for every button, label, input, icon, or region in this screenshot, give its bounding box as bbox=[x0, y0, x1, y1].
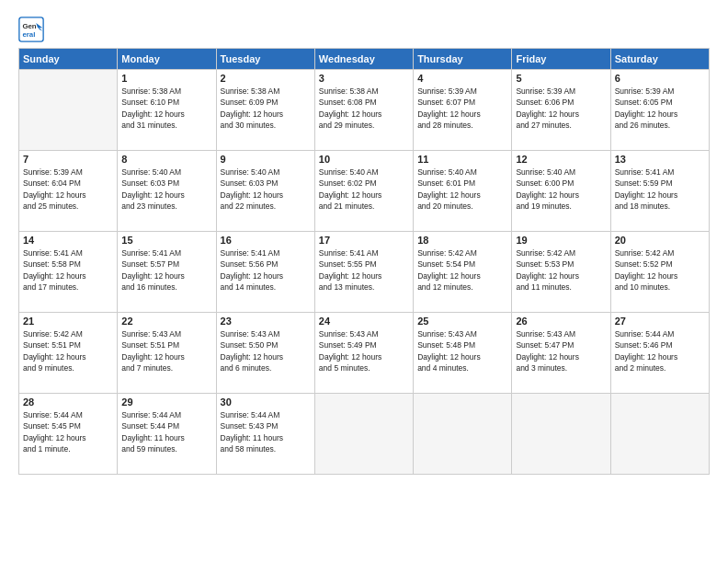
calendar-week-4: 21Sunrise: 5:42 AMSunset: 5:51 PMDayligh… bbox=[19, 313, 710, 394]
day-number: 29 bbox=[121, 396, 211, 408]
day-info: Sunrise: 5:40 AMSunset: 6:00 PMDaylight:… bbox=[516, 167, 606, 212]
calendar-cell: 22Sunrise: 5:43 AMSunset: 5:51 PMDayligh… bbox=[118, 313, 216, 394]
day-number: 18 bbox=[417, 235, 507, 246]
calendar-cell: 9Sunrise: 5:40 AMSunset: 6:03 PMDaylight… bbox=[216, 151, 314, 232]
header-monday: Monday bbox=[118, 49, 216, 70]
day-number: 15 bbox=[121, 235, 211, 246]
calendar-cell bbox=[610, 394, 709, 475]
day-info: Sunrise: 5:44 AMSunset: 5:45 PMDaylight:… bbox=[23, 409, 113, 454]
day-info: Sunrise: 5:39 AMSunset: 6:04 PMDaylight:… bbox=[23, 167, 113, 212]
day-number: 16 bbox=[221, 235, 311, 246]
day-number: 23 bbox=[221, 316, 311, 327]
day-info: Sunrise: 5:40 AMSunset: 6:01 PMDaylight:… bbox=[417, 167, 507, 212]
header-thursday: Thursday bbox=[414, 49, 512, 70]
day-info: Sunrise: 5:43 AMSunset: 5:50 PMDaylight:… bbox=[221, 328, 311, 373]
day-info: Sunrise: 5:43 AMSunset: 5:47 PMDaylight:… bbox=[516, 328, 606, 373]
day-number: 30 bbox=[221, 396, 311, 408]
day-number: 28 bbox=[23, 396, 113, 408]
calendar-cell: 5Sunrise: 5:39 AMSunset: 6:06 PMDaylight… bbox=[512, 70, 610, 151]
svg-text:Gen: Gen bbox=[22, 22, 36, 30]
calendar-cell: 30Sunrise: 5:44 AMSunset: 5:43 PMDayligh… bbox=[216, 394, 314, 475]
calendar-cell bbox=[414, 394, 512, 475]
logo: Gen eral bbox=[18, 17, 48, 42]
calendar-cell: 26Sunrise: 5:43 AMSunset: 5:47 PMDayligh… bbox=[512, 313, 610, 394]
calendar-cell: 23Sunrise: 5:43 AMSunset: 5:50 PMDayligh… bbox=[216, 313, 314, 394]
header-tuesday: Tuesday bbox=[216, 49, 314, 70]
calendar-cell: 10Sunrise: 5:40 AMSunset: 6:02 PMDayligh… bbox=[314, 151, 413, 232]
day-number: 17 bbox=[319, 235, 409, 246]
day-info: Sunrise: 5:41 AMSunset: 5:59 PMDaylight:… bbox=[615, 167, 705, 212]
day-info: Sunrise: 5:44 AMSunset: 5:43 PMDaylight:… bbox=[221, 409, 311, 454]
day-info: Sunrise: 5:39 AMSunset: 6:05 PMDaylight:… bbox=[615, 86, 705, 131]
day-number: 7 bbox=[23, 154, 113, 165]
calendar-cell bbox=[314, 394, 413, 475]
day-info: Sunrise: 5:42 AMSunset: 5:51 PMDaylight:… bbox=[23, 328, 113, 373]
day-info: Sunrise: 5:41 AMSunset: 5:58 PMDaylight:… bbox=[23, 247, 113, 293]
calendar-cell: 4Sunrise: 5:39 AMSunset: 6:07 PMDaylight… bbox=[414, 70, 512, 151]
day-info: Sunrise: 5:44 AMSunset: 5:44 PMDaylight:… bbox=[121, 409, 211, 454]
day-number: 25 bbox=[417, 316, 507, 327]
day-number: 22 bbox=[121, 316, 211, 327]
svg-text:eral: eral bbox=[22, 30, 35, 39]
day-number: 6 bbox=[615, 73, 705, 84]
calendar-week-3: 14Sunrise: 5:41 AMSunset: 5:58 PMDayligh… bbox=[19, 232, 710, 313]
day-number: 11 bbox=[417, 154, 507, 165]
calendar-body: 1Sunrise: 5:38 AMSunset: 6:10 PMDaylight… bbox=[19, 70, 710, 475]
day-number: 20 bbox=[615, 235, 705, 246]
day-info: Sunrise: 5:43 AMSunset: 5:48 PMDaylight:… bbox=[417, 328, 507, 373]
day-number: 8 bbox=[121, 154, 211, 165]
day-info: Sunrise: 5:40 AMSunset: 6:03 PMDaylight:… bbox=[221, 167, 311, 212]
day-info: Sunrise: 5:38 AMSunset: 6:10 PMDaylight:… bbox=[121, 86, 211, 131]
day-info: Sunrise: 5:44 AMSunset: 5:46 PMDaylight:… bbox=[615, 328, 705, 373]
day-number: 13 bbox=[615, 154, 705, 165]
calendar-header: SundayMondayTuesdayWednesdayThursdayFrid… bbox=[19, 49, 710, 70]
calendar-cell: 24Sunrise: 5:43 AMSunset: 5:49 PMDayligh… bbox=[314, 313, 413, 394]
calendar-cell: 2Sunrise: 5:38 AMSunset: 6:09 PMDaylight… bbox=[216, 70, 314, 151]
day-number: 26 bbox=[516, 316, 606, 327]
calendar-cell: 1Sunrise: 5:38 AMSunset: 6:10 PMDaylight… bbox=[118, 70, 216, 151]
calendar-cell: 29Sunrise: 5:44 AMSunset: 5:44 PMDayligh… bbox=[118, 394, 216, 475]
day-info: Sunrise: 5:39 AMSunset: 6:06 PMDaylight:… bbox=[516, 86, 606, 131]
day-number: 5 bbox=[516, 73, 606, 84]
calendar-cell: 3Sunrise: 5:38 AMSunset: 6:08 PMDaylight… bbox=[314, 70, 413, 151]
day-number: 9 bbox=[221, 154, 311, 165]
day-info: Sunrise: 5:41 AMSunset: 5:56 PMDaylight:… bbox=[221, 247, 311, 293]
day-info: Sunrise: 5:43 AMSunset: 5:51 PMDaylight:… bbox=[121, 328, 211, 373]
calendar-cell: 17Sunrise: 5:41 AMSunset: 5:55 PMDayligh… bbox=[314, 232, 413, 313]
day-number: 24 bbox=[319, 316, 409, 327]
day-info: Sunrise: 5:42 AMSunset: 5:54 PMDaylight:… bbox=[417, 247, 507, 293]
day-number: 14 bbox=[23, 235, 113, 246]
day-info: Sunrise: 5:39 AMSunset: 6:07 PMDaylight:… bbox=[417, 86, 507, 131]
day-info: Sunrise: 5:40 AMSunset: 6:02 PMDaylight:… bbox=[319, 167, 409, 212]
calendar-cell: 8Sunrise: 5:40 AMSunset: 6:03 PMDaylight… bbox=[118, 151, 216, 232]
day-number: 12 bbox=[516, 154, 606, 165]
calendar-cell: 25Sunrise: 5:43 AMSunset: 5:48 PMDayligh… bbox=[414, 313, 512, 394]
calendar-cell: 21Sunrise: 5:42 AMSunset: 5:51 PMDayligh… bbox=[19, 313, 118, 394]
day-number: 19 bbox=[516, 235, 606, 246]
header-sunday: Sunday bbox=[19, 49, 118, 70]
day-info: Sunrise: 5:41 AMSunset: 5:55 PMDaylight:… bbox=[319, 247, 409, 293]
day-number: 1 bbox=[121, 73, 211, 84]
day-info: Sunrise: 5:40 AMSunset: 6:03 PMDaylight:… bbox=[121, 167, 211, 212]
calendar-week-1: 1Sunrise: 5:38 AMSunset: 6:10 PMDaylight… bbox=[19, 70, 710, 151]
calendar-cell: 16Sunrise: 5:41 AMSunset: 5:56 PMDayligh… bbox=[216, 232, 314, 313]
calendar-cell: 6Sunrise: 5:39 AMSunset: 6:05 PMDaylight… bbox=[610, 70, 709, 151]
day-info: Sunrise: 5:38 AMSunset: 6:09 PMDaylight:… bbox=[221, 86, 311, 131]
calendar-cell: 13Sunrise: 5:41 AMSunset: 5:59 PMDayligh… bbox=[610, 151, 709, 232]
day-info: Sunrise: 5:42 AMSunset: 5:53 PMDaylight:… bbox=[516, 247, 606, 293]
calendar-cell: 12Sunrise: 5:40 AMSunset: 6:00 PMDayligh… bbox=[512, 151, 610, 232]
day-info: Sunrise: 5:43 AMSunset: 5:49 PMDaylight:… bbox=[319, 328, 409, 373]
day-info: Sunrise: 5:41 AMSunset: 5:57 PMDaylight:… bbox=[121, 247, 211, 293]
day-number: 2 bbox=[221, 73, 311, 84]
day-number: 27 bbox=[615, 316, 705, 327]
header-saturday: Saturday bbox=[610, 49, 709, 70]
calendar-cell: 19Sunrise: 5:42 AMSunset: 5:53 PMDayligh… bbox=[512, 232, 610, 313]
calendar-cell: 18Sunrise: 5:42 AMSunset: 5:54 PMDayligh… bbox=[414, 232, 512, 313]
calendar-cell bbox=[19, 70, 118, 151]
header-friday: Friday bbox=[512, 49, 610, 70]
day-number: 10 bbox=[319, 154, 409, 165]
calendar-cell: 15Sunrise: 5:41 AMSunset: 5:57 PMDayligh… bbox=[118, 232, 216, 313]
calendar-cell: 20Sunrise: 5:42 AMSunset: 5:52 PMDayligh… bbox=[610, 232, 709, 313]
header-wednesday: Wednesday bbox=[314, 49, 413, 70]
calendar-week-2: 7Sunrise: 5:39 AMSunset: 6:04 PMDaylight… bbox=[19, 151, 710, 232]
